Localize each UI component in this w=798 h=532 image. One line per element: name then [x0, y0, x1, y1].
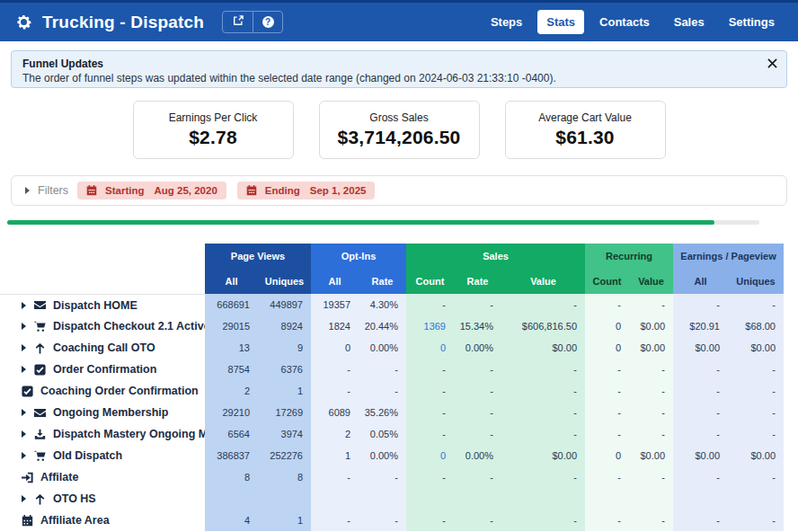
open-funnel-button[interactable] — [223, 12, 253, 32]
filter-date-badge[interactable]: Ending Sep 1, 2025 — [237, 182, 376, 200]
cell-earnings-all: - — [673, 402, 728, 423]
expand-caret-icon[interactable] — [22, 452, 26, 459]
filter-date-badge[interactable]: Starting Aug 25, 2020 — [77, 182, 226, 200]
table-row: Dispatch HOME 668691 449897 19357 4.30% … — [0, 294, 798, 315]
cart-icon — [34, 450, 46, 462]
cell-pageviews-uniques: 8 — [258, 466, 311, 488]
cell-recurring-count: - — [585, 510, 629, 531]
funnel-step-label[interactable]: Order Confirmation — [0, 359, 205, 380]
expand-caret-icon[interactable] — [22, 495, 26, 502]
cell-sales-value: - — [501, 510, 585, 531]
funnel-step-label[interactable]: OTO HS — [0, 488, 205, 510]
help-button[interactable]: ? — [253, 12, 282, 32]
cell-pageviews-uniques: 1 — [258, 510, 311, 531]
cell-pageviews-uniques: 449897 — [258, 294, 311, 315]
funnel-step-label[interactable]: Ongoing Membership — [0, 402, 205, 423]
cell-sales-count: - — [406, 380, 454, 402]
table-row: Affilate 8 8 - - - - - - - - - — [0, 466, 798, 488]
cell-optins-rate: 4.30% — [359, 294, 406, 315]
column-header: Uniques — [728, 276, 784, 287]
page-title: Trucking - Dispatch — [42, 13, 204, 32]
funnel-stats-table: Page Views All Uniques Opt-Ins All Rate … — [0, 244, 798, 531]
cell-sales-count[interactable]: 0 — [406, 337, 454, 359]
nav-tab[interactable]: Steps — [482, 10, 531, 34]
cell-recurring-value: $0.00 — [629, 337, 673, 359]
expand-caret-icon[interactable] — [22, 366, 26, 373]
alert-close-button[interactable] — [767, 58, 777, 71]
cell-sales-value: - — [501, 359, 585, 380]
funnel-step-label[interactable]: Affilate — [0, 466, 205, 488]
funnel-step-label[interactable]: Affiliate Area — [0, 510, 205, 531]
group-label: Page Views — [205, 244, 311, 269]
group-label: Sales — [406, 244, 585, 269]
expand-caret-icon[interactable] — [22, 409, 26, 416]
stat-card: Average Cart Value $61.30 — [505, 101, 666, 159]
cell-recurring-count: - — [585, 294, 629, 315]
funnel-step-name: Affiliate Area — [40, 514, 110, 527]
cell-recurring-count: - — [585, 466, 629, 488]
table-header: Page Views All Uniques Opt-Ins All Rate … — [205, 244, 784, 294]
funnel-step-label[interactable]: Coaching Order Confirmation — [0, 380, 205, 402]
cell-sales-value: - — [501, 423, 585, 445]
nav-tab[interactable]: Stats — [537, 10, 584, 34]
expand-caret-icon[interactable] — [22, 302, 26, 309]
cell-optins-all: 1824 — [311, 315, 359, 337]
filter-badges: Starting Aug 25, 2020 Ending Sep 1, 2025 — [77, 182, 375, 200]
group-label: Earnings / Pageview — [673, 244, 784, 269]
cell-optins-rate: 0.05% — [359, 423, 406, 445]
cell-earnings-uniques: - — [728, 510, 784, 531]
cell-sales-rate: - — [454, 423, 501, 445]
column-header: Count — [406, 276, 454, 287]
funnel-step-label[interactable]: Old Dispatch — [0, 445, 205, 466]
funnel-step-name: Affilate — [40, 471, 78, 483]
cell-optins-all: 0 — [311, 337, 359, 359]
column-header: All — [311, 276, 359, 287]
chevron-right-icon — [25, 187, 30, 194]
stat-card: Gross Sales $3,714,206.50 — [319, 101, 480, 159]
stat-card-value: $2.78 — [134, 127, 293, 148]
cell-pageviews-all: 668691 — [205, 294, 258, 315]
cell-sales-rate — [454, 488, 501, 510]
cell-sales-value: $0.00 — [501, 337, 585, 359]
cell-sales-value — [501, 488, 585, 510]
cell-pageviews-uniques: 8924 — [258, 315, 311, 337]
funnel-step-label[interactable]: Dispatch HOME — [0, 294, 205, 315]
table-row: Affiliate Area 4 1 - - - - - - - - - — [0, 510, 798, 531]
cell-optins-all: - — [311, 359, 359, 380]
cell-sales-count[interactable]: 0 — [406, 445, 454, 466]
cell-sales-count[interactable]: 1369 — [406, 315, 454, 337]
cell-pageviews-all: 8754 — [205, 359, 258, 380]
column-group-sales: Sales Count Rate Value — [406, 244, 585, 294]
cell-sales-count: - — [406, 423, 454, 445]
cell-pageviews-uniques: 1 — [258, 380, 311, 402]
cell-earnings-all: - — [673, 380, 728, 402]
cell-optins-all: 1 — [311, 445, 359, 466]
expand-caret-icon[interactable] — [22, 344, 26, 351]
stat-card-label: Average Cart Value — [506, 111, 665, 124]
cell-recurring-value: - — [629, 294, 673, 315]
cart-icon — [34, 321, 46, 332]
expand-caret-icon[interactable] — [22, 430, 26, 438]
top-navbar: Trucking - Dispatch ? Steps Stats Contac… — [0, 0, 798, 41]
calendar-icon — [86, 185, 97, 196]
cell-earnings-uniques: - — [728, 294, 784, 315]
cell-sales-value: - — [501, 380, 585, 402]
cell-sales-rate: - — [454, 402, 501, 423]
funnel-step-label[interactable]: Dispatch Checkout 2.1 Active — [0, 315, 205, 337]
cell-optins-rate: 20.44% — [359, 315, 406, 337]
funnel-step-label[interactable]: Dispatch Mastery Ongoing Members… — [0, 423, 205, 445]
filters-toggle[interactable]: Filters — [25, 184, 68, 197]
sign-in-icon — [22, 472, 33, 483]
expand-caret-icon[interactable] — [22, 323, 26, 330]
nav-tab[interactable]: Settings — [720, 10, 784, 34]
table-row: OTO HS — [0, 488, 798, 510]
cell-pageviews-all: 4 — [205, 510, 258, 531]
funnel-step-name: Coaching Order Confirmation — [40, 385, 199, 397]
cell-recurring-count: - — [585, 380, 629, 402]
funnel-step-name: Old Dispatch — [53, 449, 122, 462]
cell-pageviews-all — [205, 488, 258, 510]
funnel-step-label[interactable]: Coaching Call OTO — [0, 337, 205, 359]
table-row: Old Dispatch 386837 252276 1 0.00% 0 0.0… — [0, 445, 798, 466]
nav-tab[interactable]: Contacts — [590, 10, 659, 34]
nav-tab[interactable]: Sales — [665, 10, 714, 34]
